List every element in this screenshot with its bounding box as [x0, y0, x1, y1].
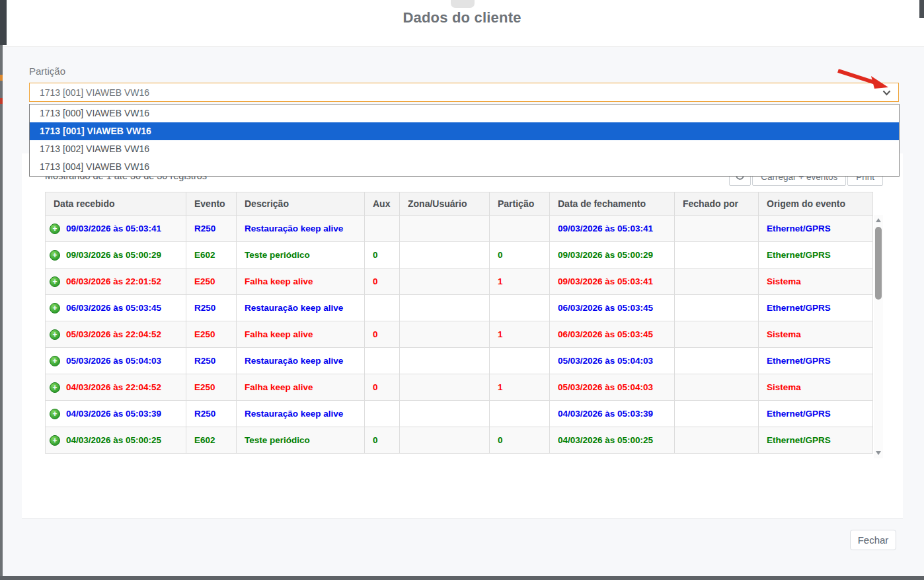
scroll-down-icon[interactable] [876, 451, 881, 455]
dropdown-option[interactable]: 1713 [001] VIAWEB VW16 [30, 122, 899, 140]
expand-row-icon[interactable]: + [50, 356, 60, 366]
cell-aux: 0 [365, 242, 400, 269]
column-header: Data recebido [46, 192, 186, 216]
cell-descricao: Restauração keep alive [237, 295, 365, 321]
close-button[interactable]: Fechar [850, 530, 896, 550]
cell-zona-usuario [400, 348, 490, 374]
table-row: +09/03/2026 às 05:03:41R250Restauração k… [46, 216, 873, 242]
scrollbar-thumb[interactable] [875, 227, 882, 300]
column-header: Evento [186, 192, 237, 216]
cell-descricao: Falha keep alive [237, 374, 365, 401]
cell-particao: 0 [490, 427, 550, 454]
cell-evento: R250 [186, 348, 237, 374]
cell-descricao: Falha keep alive [237, 269, 365, 295]
expand-row-icon[interactable]: + [50, 409, 60, 419]
data-recebido-text: 04/03/2026 às 22:04:52 [66, 382, 161, 392]
expand-row-icon[interactable]: + [50, 224, 60, 234]
cell-fechado-por [675, 321, 759, 348]
cell-evento: E602 [186, 427, 237, 454]
table-row: +04/03/2026 às 05:03:39R250Restauração k… [46, 401, 873, 427]
cell-data-fechamento: 09/03/2026 às 05:03:41 [550, 269, 675, 295]
cell-aux [365, 295, 400, 321]
cell-aux: 0 [365, 269, 400, 295]
page-edge-top-right [919, 0, 924, 18]
cell-origem: Ethernet/GPRS [759, 401, 873, 427]
table-row: +04/03/2026 às 05:00:25E602Teste periódi… [46, 427, 873, 454]
modal-body: Partição 1713 [001] VIAWEB VW16 1713 [00… [3, 47, 924, 576]
cell-data-recebido: +09/03/2026 às 05:03:41 [46, 216, 186, 242]
page-edge-top-left [0, 0, 7, 45]
cell-origem: Ethernet/GPRS [759, 348, 873, 374]
partition-dropdown: 1713 [000] VIAWEB VW161713 [001] VIAWEB … [29, 104, 900, 177]
cell-aux: 0 [365, 374, 400, 401]
cell-origem: Sistema [759, 269, 873, 295]
data-recebido-text: 09/03/2026 às 05:00:29 [66, 250, 161, 260]
cell-evento: E250 [186, 374, 237, 401]
data-recebido-text: 09/03/2026 às 05:03:41 [66, 224, 161, 233]
cell-zona-usuario [400, 427, 490, 454]
cell-particao: 1 [490, 374, 550, 401]
cell-zona-usuario [400, 269, 490, 295]
cell-data-fechamento: 05/03/2026 às 05:04:03 [550, 348, 675, 374]
expand-row-icon[interactable]: + [50, 382, 60, 393]
cell-aux [365, 216, 400, 242]
column-header: Fechado por [675, 192, 759, 216]
table-row: +04/03/2026 às 22:04:52E250Falha keep al… [46, 374, 873, 401]
expand-row-icon[interactable]: + [50, 435, 60, 446]
cell-evento: E602 [186, 242, 237, 269]
cell-aux [365, 348, 400, 374]
cell-evento: E250 [186, 269, 237, 295]
column-header: Origem do evento [759, 192, 873, 216]
cell-data-fechamento: 05/03/2026 às 05:04:03 [550, 374, 675, 401]
cell-descricao: Teste periódico [237, 427, 365, 454]
cell-fechado-por [675, 216, 759, 242]
dropdown-option[interactable]: 1713 [002] VIAWEB VW16 [30, 140, 899, 158]
cell-origem: Ethernet/GPRS [759, 295, 873, 321]
column-header: Zona/Usuário [400, 192, 490, 216]
cell-zona-usuario [400, 295, 490, 321]
events-table: Data recebidoEventoDescriçãoAuxZona/Usuá… [45, 192, 873, 454]
page-edge-left [0, 0, 3, 580]
cell-evento: R250 [186, 216, 237, 242]
table-row: +05/03/2026 às 05:04:03R250Restauração k… [46, 348, 873, 374]
cell-data-fechamento: 06/03/2026 às 05:03:45 [550, 321, 675, 348]
partition-select[interactable]: 1713 [001] VIAWEB VW16 [29, 83, 899, 102]
dropdown-option[interactable]: 1713 [004] VIAWEB VW16 [30, 158, 899, 176]
cell-zona-usuario [400, 242, 490, 269]
cell-aux [365, 401, 400, 427]
cell-data-fechamento: 09/03/2026 às 05:03:41 [550, 216, 675, 242]
cell-fechado-por [675, 374, 759, 401]
scroll-up-icon[interactable] [876, 218, 881, 222]
expand-row-icon[interactable]: + [50, 329, 60, 340]
cell-evento: R250 [186, 401, 237, 427]
data-recebido-text: 05/03/2026 às 22:04:52 [66, 329, 161, 339]
data-recebido-text: 06/03/2026 às 22:01:52 [66, 276, 161, 286]
cell-evento: R250 [186, 295, 237, 321]
cell-zona-usuario [400, 401, 490, 427]
column-header: Aux [365, 192, 400, 216]
cell-descricao: Teste periódico [237, 242, 365, 269]
cell-origem: Ethernet/GPRS [759, 427, 873, 454]
cell-origem: Sistema [759, 321, 873, 348]
cell-data-recebido: +06/03/2026 às 22:01:52 [46, 269, 186, 295]
cell-data-recebido: +09/03/2026 às 05:00:29 [46, 242, 186, 269]
expand-row-icon[interactable]: + [50, 303, 60, 313]
cell-data-fechamento: 09/03/2026 às 05:00:29 [550, 242, 675, 269]
cell-fechado-por [675, 295, 759, 321]
chevron-down-icon [882, 87, 891, 98]
cell-evento: E250 [186, 321, 237, 348]
column-header: Data de fechamento [550, 192, 675, 216]
cell-aux: 0 [365, 321, 400, 348]
dropdown-option[interactable]: 1713 [000] VIAWEB VW16 [30, 104, 899, 122]
cell-descricao: Restauração keep alive [237, 216, 365, 242]
table-scrollbar[interactable] [874, 215, 883, 458]
expand-row-icon[interactable]: + [50, 276, 60, 287]
modal-drag-handle [451, 0, 475, 8]
cell-data-fechamento: 06/03/2026 às 05:03:45 [550, 295, 675, 321]
cell-origem: Sistema [759, 374, 873, 401]
cell-fechado-por [675, 348, 759, 374]
cell-data-fechamento: 04/03/2026 às 05:03:39 [550, 401, 675, 427]
expand-row-icon[interactable]: + [50, 250, 60, 261]
table-header-row: Data recebidoEventoDescriçãoAuxZona/Usuá… [46, 192, 873, 216]
cell-particao [490, 348, 550, 374]
